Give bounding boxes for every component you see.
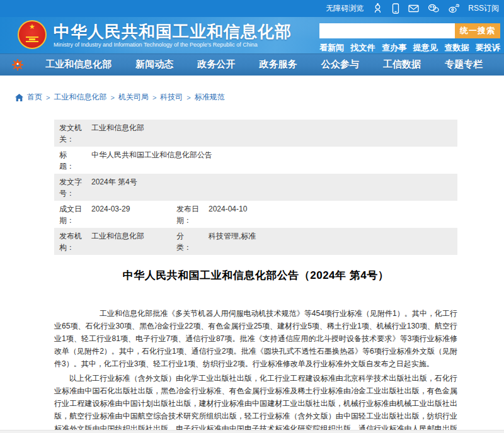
home-icon[interactable]	[15, 94, 23, 101]
meta-label: 发文机关：	[59, 122, 83, 145]
nav-item-public-participation[interactable]: 公众参与	[321, 59, 359, 70]
breadcrumb-separator: >	[152, 94, 156, 101]
breadcrumb-departments[interactable]: 机关司局	[118, 92, 149, 103]
quick-link-data[interactable]: 查数据	[444, 42, 469, 53]
breadcrumb: 首页 > 工业和信息化部 > 机关司局 > 科技司 > 标准规范	[15, 92, 504, 103]
site-title: 中华人民共和国工业和信息化部	[54, 22, 292, 41]
meta-value: 2024年 第4号	[91, 176, 457, 199]
national-emblem-icon: ★	[18, 20, 47, 49]
breadcrumb-separator: >	[110, 94, 114, 101]
breadcrumb-science-tech[interactable]: 科技司	[160, 92, 183, 103]
meta-row-issuing-authority: 发文机关： 工业和信息化部	[54, 120, 457, 147]
mobile-icon[interactable]	[392, 3, 399, 14]
meta-label: 标 题：	[59, 149, 83, 172]
unified-search-button[interactable]: 统一搜索	[455, 23, 500, 38]
quick-link-documents[interactable]: 找文件	[351, 42, 375, 53]
meta-value: 中华人民共和国工业和信息化部公告	[91, 149, 457, 172]
quick-link-services[interactable]: 查办事	[382, 42, 406, 53]
breadcrumb-separator: >	[186, 94, 190, 101]
document-content: 发文机关： 工业和信息化部 标 题： 中华人民共和国工业和信息化部公告 发文字号…	[54, 120, 457, 433]
meta-value: 2024-03-29	[91, 203, 176, 226]
quick-links: 看新闻 找文件 查办事 提意见 查数据 要投诉	[319, 42, 500, 53]
breadcrumb-home[interactable]: 首页	[27, 92, 42, 103]
mail-icon[interactable]	[408, 4, 419, 13]
meta-row-publisher-category: 发布机构： 工业和信息化部 分 类： 科技管理,标准	[54, 228, 457, 255]
quick-link-news[interactable]: 看新闻	[319, 42, 344, 53]
nav-item-miit-data[interactable]: 工信数据	[383, 59, 421, 70]
nav-item-special-topics[interactable]: 专题专栏	[445, 59, 483, 70]
announcement-title: 中华人民共和国工业和信息化部公告（2024年 第4号）	[54, 268, 457, 283]
meta-label: 分 类：	[176, 230, 200, 253]
announcement-paragraph: 以上化工行业标准（含外文版）由化学工业出版社出版，化工行业工程建设标准由北京科学…	[54, 372, 457, 433]
top-utility-bar: 无障碍浏览 RSS订阅	[0, 0, 504, 17]
nav-item-news[interactable]: 新闻动态	[135, 59, 173, 70]
miit-swirl-icon	[11, 59, 24, 71]
rss-link[interactable]: RSS订阅	[468, 3, 499, 14]
breadcrumb-standards[interactable]: 标准规范	[195, 92, 225, 103]
meta-label: 成文日期：	[59, 203, 83, 226]
site-title-english: Ministry of Industry and Information Tec…	[54, 42, 292, 48]
meta-row-document-number: 发文字号： 2024年 第4号	[54, 174, 457, 201]
announcement-paragraph: 工业和信息化部批准《多关节机器人用伺服电动机技术规范》等454项行业标准（见附件…	[54, 307, 457, 370]
nav-item-gov-services[interactable]: 政务服务	[259, 59, 297, 70]
meta-value: 2024-04-10	[209, 203, 457, 226]
breadcrumb-separator: >	[46, 94, 50, 101]
search-input[interactable]	[319, 23, 455, 38]
nav-item-gov-open[interactable]: 政务公开	[197, 59, 235, 70]
meta-value: 工业和信息化部	[91, 230, 176, 253]
meta-row-dates: 成文日期： 2024-03-29 发布日期： 2024-04-10	[54, 201, 457, 228]
site-header: ★ 中华人民共和国工业和信息化部 Ministry of Industry an…	[0, 17, 504, 53]
nav-item-miit[interactable]: 工业和信息化部	[45, 59, 112, 70]
search-area: 统一搜索 看新闻 找文件 查办事 提意见 查数据 要投诉	[319, 23, 500, 53]
meta-label: 发布日期：	[176, 203, 200, 226]
meta-row-title: 标 题： 中华人民共和国工业和信息化部公告	[54, 147, 457, 174]
nav-items: 工业和信息化部 新闻动态 政务公开 政务服务 公众参与 工信数据 专题专栏	[45, 59, 483, 70]
document-meta-table: 发文机关： 工业和信息化部 标 题： 中华人民共和国工业和信息化部公告 发文字号…	[54, 120, 457, 255]
wechat-icon[interactable]	[428, 4, 439, 13]
meta-value: 科技管理,标准	[209, 230, 457, 253]
meta-value: 工业和信息化部	[91, 122, 457, 145]
footer-strip	[0, 430, 504, 433]
announcement-body: 工业和信息化部批准《多关节机器人用伺服电动机技术规范》等454项行业标准（见附件…	[54, 307, 457, 433]
quick-link-complaint[interactable]: 要投诉	[476, 42, 500, 53]
quick-link-feedback[interactable]: 提意见	[413, 42, 438, 53]
breadcrumb-miit[interactable]: 工业和信息化部	[54, 92, 106, 103]
accessibility-link[interactable]: 无障碍浏览	[326, 3, 364, 14]
weibo-icon[interactable]	[448, 4, 459, 13]
meta-label: 发布机构：	[59, 230, 83, 253]
meta-label: 发文字号：	[59, 176, 83, 199]
site-brand[interactable]: ★ 中华人民共和国工业和信息化部 Ministry of Industry an…	[18, 20, 292, 49]
main-nav: 工业和信息化部 新闻动态 政务公开 政务服务 公众参与 工信数据 专题专栏	[0, 53, 504, 76]
mascot-icon[interactable]	[372, 3, 383, 14]
